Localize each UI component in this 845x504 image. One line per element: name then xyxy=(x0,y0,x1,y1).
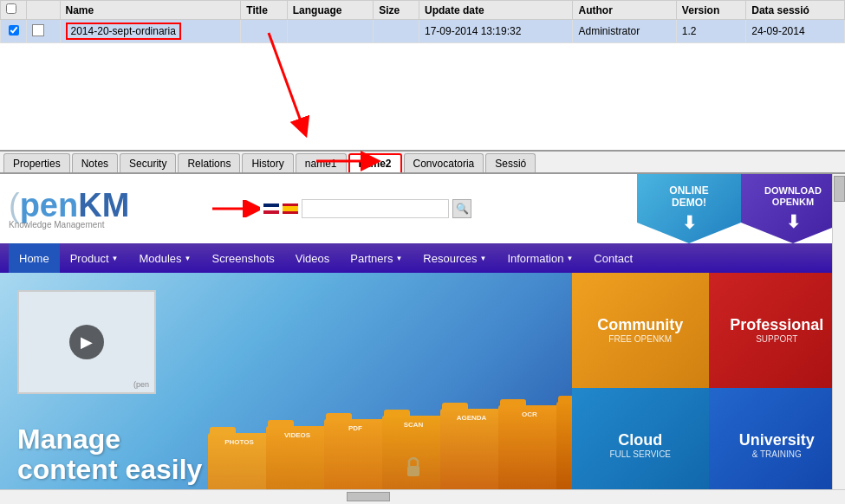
doc-icon xyxy=(32,24,44,36)
horizontal-scrollbar[interactable] xyxy=(0,489,845,502)
nav-resources-arrow: ▼ xyxy=(479,255,486,262)
nav-home[interactable]: Home xyxy=(9,243,60,273)
okm-hero: ▶ (pen PHOTOS VIDEOS xyxy=(0,273,572,502)
nav-product-label: Product xyxy=(70,252,109,265)
tab-convocatoria[interactable]: Convocatoria xyxy=(404,153,484,172)
folder-agenda: AGENDA xyxy=(440,409,503,502)
nav-product-arrow: ▼ xyxy=(112,255,119,262)
col-name: Name xyxy=(60,1,241,20)
scrollbar-thumb[interactable] xyxy=(834,176,845,202)
tab-properties-label: Properties xyxy=(13,158,61,170)
row-checkbox[interactable] xyxy=(9,25,19,36)
search-arrow xyxy=(208,200,260,217)
h-scrollbar-thumb[interactable] xyxy=(347,492,390,501)
download-button[interactable]: DOWNLOADOPENKM ⬇ xyxy=(741,174,845,243)
hero-line2: content easily xyxy=(17,455,202,485)
online-demo-label: ONLINEDEMO! xyxy=(669,184,708,210)
nav-information[interactable]: Information ▼ xyxy=(497,243,583,273)
nav-product[interactable]: Product ▼ xyxy=(60,243,129,273)
card-professional[interactable]: Professional SUPPORT xyxy=(709,273,846,388)
promo-buttons: ONLINEDEMO! ⬇ DOWNLOADOPENKM ⬇ xyxy=(637,174,845,243)
folder-photos-label: PHOTOS xyxy=(224,438,254,446)
card-cloud-sublabel: FULL SERVICE xyxy=(609,449,671,459)
nav-contact[interactable]: Contact xyxy=(583,243,643,273)
tab-notes[interactable]: Notes xyxy=(72,153,118,172)
search-icon: 🔍 xyxy=(456,203,469,215)
search-input[interactable] xyxy=(302,199,449,218)
nav-screenshots[interactable]: Screenshots xyxy=(201,243,284,273)
folder-agenda-label: AGENDA xyxy=(457,414,487,422)
nav-modules-label: Modules xyxy=(139,252,181,265)
row-title-cell xyxy=(241,20,287,43)
row-checkbox-cell xyxy=(1,20,27,43)
tab-history[interactable]: History xyxy=(242,153,293,172)
nav-contact-label: Contact xyxy=(594,252,633,265)
okm-nav: Home Product ▼ Modules ▼ Screenshots Vid… xyxy=(0,243,845,273)
nav-resources[interactable]: Resources ▼ xyxy=(413,243,497,273)
nav-information-arrow: ▼ xyxy=(566,255,573,262)
folder-scan-label: SCAN xyxy=(404,421,424,429)
search-button[interactable]: 🔍 xyxy=(452,199,471,218)
nav-screenshots-label: Screenshots xyxy=(211,252,274,265)
folder-ocr-label: OCR xyxy=(522,410,537,418)
col-checkbox xyxy=(1,1,27,20)
row-language-cell xyxy=(287,20,373,43)
download-label: DOWNLOADOPENKM xyxy=(764,185,822,208)
tab-security[interactable]: Security xyxy=(120,153,176,172)
col-title: Title xyxy=(241,1,287,20)
tab-relations[interactable]: Relations xyxy=(178,153,240,172)
col-icon xyxy=(27,1,61,20)
play-button[interactable]: ▶ xyxy=(69,325,104,359)
logo-km: KM xyxy=(78,189,129,222)
col-author: Author xyxy=(573,1,676,20)
row-name-cell[interactable]: 2014-20-sept-ordinaria xyxy=(60,20,241,43)
nav-modules[interactable]: Modules ▼ xyxy=(128,243,201,273)
card-university-sublabel: & TRAINING xyxy=(752,449,802,459)
vertical-scrollbar[interactable] xyxy=(832,174,845,502)
tab-relations-label: Relations xyxy=(187,158,231,170)
tab-security-label: Security xyxy=(129,158,166,170)
tab-name1[interactable]: name1 xyxy=(296,153,347,172)
okm-cards: Community FREE OPENKM Professional SUPPO… xyxy=(572,273,845,502)
file-browser: Name Title Language Size Update date Aut… xyxy=(0,0,845,152)
tab-bar: Properties Notes Security Relations Hist… xyxy=(0,152,845,174)
card-cloud[interactable]: Cloud FULL SERVICE xyxy=(572,388,709,503)
search-area: 🔍 xyxy=(208,199,471,218)
tab-properties[interactable]: Properties xyxy=(3,153,70,172)
nav-videos-label: Videos xyxy=(296,252,330,265)
tab-sessio[interactable]: Sessió xyxy=(485,153,536,172)
flag-en[interactable] xyxy=(263,204,279,214)
col-update-date: Update date xyxy=(419,1,573,20)
row-version-cell: 1.2 xyxy=(676,20,745,43)
svg-rect-6 xyxy=(407,466,419,476)
card-community[interactable]: Community FREE OPENKM xyxy=(572,273,709,388)
table-row[interactable]: 2014-20-sept-ordinaria 17-09-2014 13:19:… xyxy=(1,20,845,43)
nav-partners-label: Partners xyxy=(350,252,393,265)
select-all-checkbox[interactable] xyxy=(6,3,16,14)
row-data-sessio-cell: 24-09-2014 xyxy=(746,20,845,43)
file-name: 2014-20-sept-ordinaria xyxy=(66,23,181,40)
col-language: Language xyxy=(287,1,373,20)
folder-videos-label: VIDEOS xyxy=(284,431,310,439)
card-professional-label: Professional xyxy=(730,316,823,334)
nav-resources-label: Resources xyxy=(423,252,477,265)
row-update-date-cell: 17-09-2014 13:19:32 xyxy=(419,20,573,43)
tab-name2[interactable]: name2 xyxy=(348,153,402,172)
nav-partners[interactable]: Partners ▼ xyxy=(340,243,413,273)
online-demo-button[interactable]: ONLINEDEMO! ⬇ xyxy=(637,174,741,243)
flag-es[interactable] xyxy=(283,204,298,214)
tab-sessio-label: Sessió xyxy=(495,158,526,170)
folder-pdf-label: PDF xyxy=(348,424,362,432)
card-professional-sublabel: SUPPORT xyxy=(756,334,797,344)
card-university-label: University xyxy=(739,431,815,449)
tab-name1-label: name1 xyxy=(305,158,337,170)
video-thumbnail[interactable]: ▶ (pen xyxy=(17,290,156,394)
svg-line-1 xyxy=(269,33,303,128)
nav-home-label: Home xyxy=(19,252,49,265)
card-university[interactable]: University & TRAINING xyxy=(709,388,846,503)
video-watermark: (pen xyxy=(133,380,149,389)
tab-name2-label: name2 xyxy=(359,158,392,170)
card-cloud-label: Cloud xyxy=(618,431,662,449)
nav-videos[interactable]: Videos xyxy=(285,243,341,273)
file-table: Name Title Language Size Update date Aut… xyxy=(0,0,845,43)
